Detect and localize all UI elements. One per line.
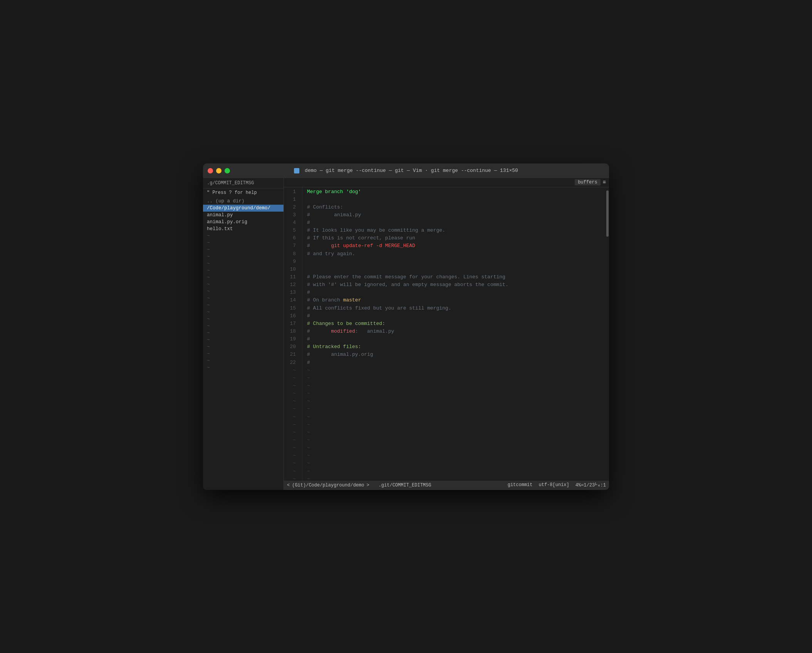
- code-line-tilde-8: ~: [307, 421, 606, 429]
- sidebar-tilde-19: ~: [203, 357, 284, 364]
- line-num-17: 17: [284, 320, 299, 328]
- sidebar-tilde-3: ~: [203, 246, 284, 253]
- code-line-10: [307, 266, 606, 273]
- line-num-tilde-5: ~: [284, 397, 299, 405]
- sidebar-tilde-5: ~: [203, 260, 284, 267]
- line-num-11: 11: [284, 273, 299, 281]
- line-num-tilde-15: ~: [284, 475, 299, 481]
- traffic-lights: [208, 168, 230, 173]
- line-num-2: 2: [284, 204, 299, 211]
- line-num-8: 8: [284, 250, 299, 258]
- code-line-5: # It looks like you may be committing a …: [307, 227, 606, 234]
- line-num-3: 3: [284, 211, 299, 219]
- sidebar-item-hello-txt[interactable]: hello.txt: [203, 226, 284, 232]
- sidebar-help: " Press ? for help: [203, 188, 284, 198]
- line-num-5: 5: [284, 227, 299, 234]
- sidebar-tilde-18: ~: [203, 350, 284, 357]
- code-line-tilde-11: ~: [307, 444, 606, 452]
- sidebar: .g/COMMIT_EDITMSG " Press ? for help .. …: [203, 178, 284, 490]
- line-num-19: 19: [284, 335, 299, 343]
- code-line-tilde-4: ~: [307, 390, 606, 397]
- sidebar-tilde-11: ~: [203, 302, 284, 309]
- line-num-tilde-13: ~: [284, 459, 299, 467]
- line-num-tilde-8: ~: [284, 421, 299, 429]
- sidebar-tilde-15: ~: [203, 330, 284, 337]
- status-bar: < (Git)/Code/playground/demo > .git/COMM…: [284, 481, 609, 490]
- code-line-tilde-2: ~: [307, 374, 606, 382]
- code-line-21: # animal.py.orig: [307, 351, 606, 358]
- sidebar-tilde-17: ~: [203, 343, 284, 350]
- code-line-tilde-6: ~: [307, 405, 606, 413]
- code-line-6: # If this is not correct, please run: [307, 234, 606, 242]
- code-line-13: #: [307, 289, 606, 296]
- folder-icon: [294, 168, 299, 173]
- code-line-tilde-7: ~: [307, 413, 606, 421]
- line-num-18: 18: [284, 328, 299, 335]
- sidebar-tilde-14: ~: [203, 323, 284, 330]
- sidebar-item-animal-py[interactable]: animal.py: [203, 212, 284, 219]
- code-line-3: # animal.py: [307, 211, 606, 219]
- code-line-tilde-5: ~: [307, 397, 606, 405]
- code-line-tilde-12: ~: [307, 452, 606, 459]
- code-line-tilde-15: ~: [307, 475, 606, 481]
- code-line-22: #: [307, 359, 606, 367]
- code-line-9: [307, 258, 606, 266]
- line-num-tilde-1: ~: [284, 367, 299, 374]
- buffers-bar: buffers ≡: [284, 178, 609, 187]
- code-line-8: # and try again.: [307, 250, 606, 258]
- close-button[interactable]: [208, 168, 213, 173]
- maximize-button[interactable]: [225, 168, 230, 173]
- status-position: 4%=1/23⅟₄:1: [575, 482, 606, 488]
- line-num-22: 22: [284, 359, 299, 367]
- sidebar-tilde-9: ~: [203, 288, 284, 295]
- sidebar-item-demo-dir[interactable]: /Code/playground/demo/: [203, 205, 284, 212]
- code-line-tilde-10: ~: [307, 436, 606, 444]
- line-num-14: 14: [284, 296, 299, 304]
- code-line-1: Merge branch 'dog': [307, 188, 606, 196]
- code-line-18: # modified: animal.py: [307, 328, 606, 335]
- buffers-icon[interactable]: ≡: [603, 179, 606, 185]
- code-line-20: # Untracked files:: [307, 343, 606, 351]
- editor-area[interactable]: 1 1 2 3 4 5 6 7 8 9 10 11 12 13 14 15 16: [284, 187, 609, 481]
- terminal-body: .g/COMMIT_EDITMSG " Press ? for help .. …: [203, 178, 609, 490]
- line-num-21: 21: [284, 351, 299, 358]
- code-line-tilde-3: ~: [307, 382, 606, 390]
- status-encoding: utf-8[unix]: [539, 482, 569, 488]
- minimize-button[interactable]: [216, 168, 221, 173]
- code-line-11: # Please enter the commit message for yo…: [307, 273, 606, 281]
- sidebar-item-parent[interactable]: .. (up a dir): [203, 198, 284, 205]
- sidebar-item-animal-py-orig[interactable]: animal.py.orig: [203, 219, 284, 226]
- line-num-tilde-3: ~: [284, 382, 299, 390]
- scrollbar[interactable]: [606, 187, 609, 481]
- code-line-tilde-14: ~: [307, 468, 606, 475]
- code-line-tilde-13: ~: [307, 459, 606, 467]
- line-num-tilde-7: ~: [284, 413, 299, 421]
- scrollbar-thumb[interactable]: [606, 190, 609, 237]
- buffers-label[interactable]: buffers: [575, 179, 600, 185]
- sidebar-tilde-7: ~: [203, 274, 284, 281]
- status-filepath: .git/COMMIT_EDITMSG: [379, 483, 431, 488]
- title-bar: demo — git merge --continue — git — Vim …: [203, 163, 609, 178]
- line-num-6: 6: [284, 234, 299, 242]
- line-num-tilde-9: ~: [284, 429, 299, 436]
- code-line-16: #: [307, 312, 606, 320]
- code-line-12: # with '#' will be ignored, and an empty…: [307, 281, 606, 289]
- line-num-10: 10: [284, 266, 299, 273]
- sidebar-tilde-6: ~: [203, 267, 284, 274]
- line-num-tilde-4: ~: [284, 390, 299, 397]
- main-editor-area: buffers ≡ 1 1 2 3 4 5 6 7 8 9 10: [284, 178, 609, 490]
- code-line-2: # Conflicts:: [307, 204, 606, 211]
- line-num-12: 12: [284, 281, 299, 289]
- code-line-tilde-9: ~: [307, 429, 606, 436]
- sidebar-tilde-2: ~: [203, 239, 284, 246]
- code-line-19: #: [307, 335, 606, 343]
- code-line-7: # git update-ref -d MERGE_HEAD: [307, 242, 606, 250]
- line-num-15: 15: [284, 305, 299, 312]
- code-line-14: # On branch master: [307, 296, 606, 304]
- code-line-tilde-1: ~: [307, 367, 606, 374]
- terminal-window: demo — git merge --continue — git — Vim …: [203, 163, 609, 490]
- status-left-arrow: <: [287, 483, 290, 488]
- status-left: < (Git)/Code/playground/demo >: [287, 483, 369, 488]
- code-content[interactable]: Merge branch 'dog' # Conflicts: # animal…: [302, 187, 606, 481]
- status-filetype: gitcommit: [508, 482, 533, 488]
